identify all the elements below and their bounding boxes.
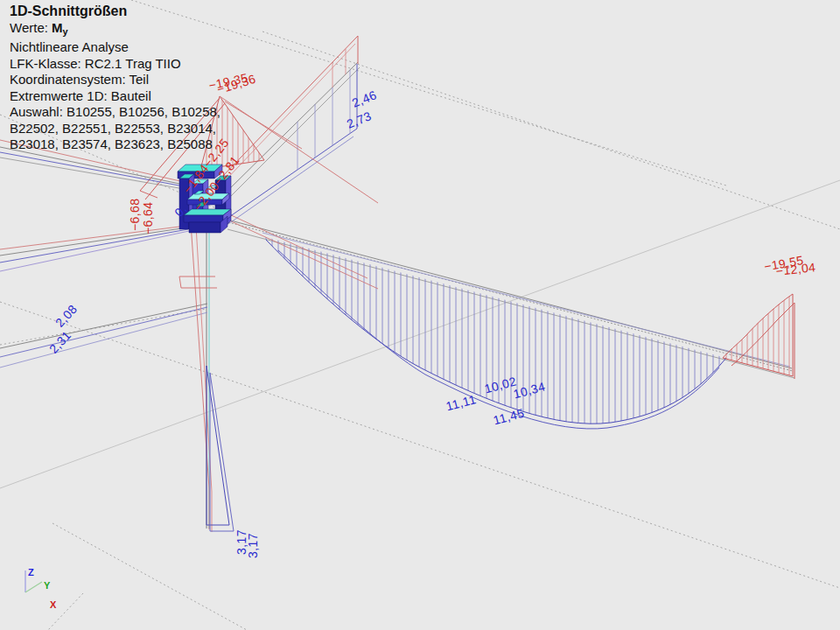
selection-line-1: Auswahl: B10255, B10256, B10258, bbox=[10, 104, 220, 121]
selection-line-2: B22502, B22551, B22553, B23014, bbox=[10, 121, 220, 137]
values-line: Werte: My bbox=[10, 20, 220, 40]
moment-label-3-17-b: 3,17 bbox=[246, 533, 260, 558]
y-axis-label: Y bbox=[44, 580, 51, 591]
view-info-header: 1D-Schnittgrößen Werte: My Nichtlineare … bbox=[10, 4, 220, 153]
z-axis-label: Z bbox=[28, 567, 34, 578]
viewport-3d[interactable]: 1D-Schnittgrößen Werte: My Nichtlineare … bbox=[0, 0, 840, 630]
x-axis-line bbox=[25, 592, 50, 602]
moment-diagram-left bbox=[0, 140, 207, 368]
analysis-line: Nichtlineare Analyse bbox=[10, 39, 220, 56]
extreme-values-line: Extremwerte 1D: Bauteil bbox=[10, 88, 220, 105]
coordinate-system-line: Koordinatensystem: Teil bbox=[10, 72, 220, 88]
x-axis-label: X bbox=[50, 599, 57, 610]
page-title: 1D-Schnittgrößen bbox=[10, 4, 220, 20]
moment-diagram-main-positive bbox=[262, 233, 790, 429]
moment-label-neg-6-64: −6,64 bbox=[141, 202, 155, 234]
moment-label-neg-6-68: −6,68 bbox=[128, 199, 142, 231]
y-axis-line bbox=[25, 582, 42, 592]
lfk-class-line: LFK-Klasse: RC2.1 Trag TIIO bbox=[10, 56, 220, 73]
selection-line-3: B23018, B23574, B23623, B25088 bbox=[10, 136, 220, 153]
